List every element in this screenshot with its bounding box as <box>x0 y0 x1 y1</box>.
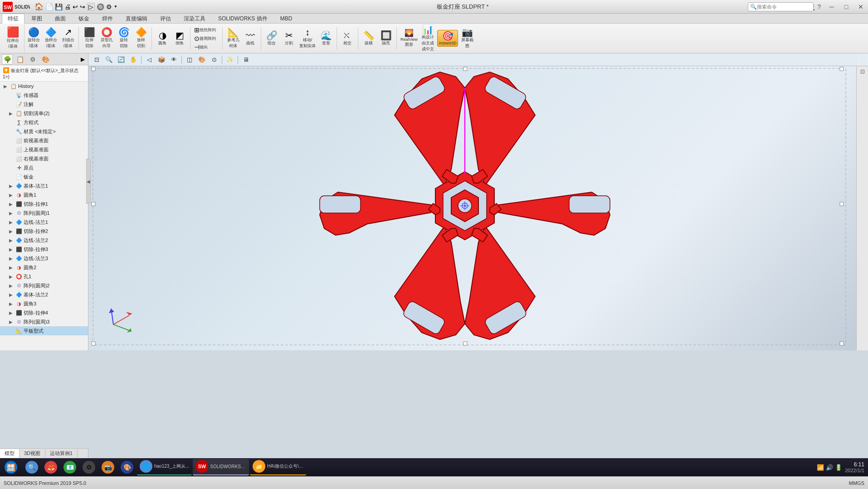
tree-item-cut-extrude3[interactable]: ▶ ⬛ 切除-拉伸3 <box>0 245 88 254</box>
tree-item-base-flange2[interactable]: ▶ 🔷 基体-法兰2 <box>0 290 88 299</box>
tree-item-origin[interactable]: ✛ 原点 <box>0 163 88 172</box>
battery-icon[interactable]: 🔋 <box>835 464 842 471</box>
extrude-boss-button[interactable]: 🟥 拉伸台/基体 <box>5 26 21 50</box>
tree-item-fillet1[interactable]: ▶ ◑ 圆角1 <box>0 190 88 199</box>
maximize-button[interactable]: □ <box>839 0 853 14</box>
fillet1-expand[interactable]: ▶ <box>9 193 15 198</box>
tab-surface[interactable]: 曲面 <box>49 14 72 24</box>
tree-item-pattern-circle2[interactable]: ▶ ⚙ 阵列(圆周)2 <box>0 281 88 290</box>
hole1-expand[interactable]: ▶ <box>9 274 15 279</box>
pattern1-expand[interactable]: ▶ <box>9 211 15 216</box>
extrude-cut-button[interactable]: ⬛ 拉伸切除 <box>81 27 98 50</box>
tree-item-edge-flange3[interactable]: ▶ 🔷 边线-法兰3 <box>0 254 88 263</box>
tree-item-cut-extrude2[interactable]: ▶ ⬛ 切除-拉伸2 <box>0 227 88 236</box>
edge3-expand[interactable]: ▶ <box>9 256 15 261</box>
rotate-button[interactable]: 🔄 <box>116 55 127 65</box>
tab-sketch[interactable]: 草图 <box>25 14 48 24</box>
hole-wizard-button[interactable]: ⭕ 异型孔向导 <box>98 27 115 50</box>
pattern-linear-button[interactable]: ⊞ 线性阵列 <box>193 26 220 34</box>
cut2-expand[interactable]: ▶ <box>9 229 15 234</box>
cut3-expand[interactable]: ▶ <box>9 247 15 252</box>
revolve-boss-button[interactable]: 🔵 旋转台/基体 <box>25 27 42 50</box>
tab-evaluate[interactable]: 评估 <box>154 14 177 24</box>
standard-views-button[interactable]: 📦 <box>156 55 167 65</box>
tab-render[interactable]: 渲染工具 <box>178 14 211 24</box>
ref-geometry-button[interactable]: 📐 参考几何体 <box>225 27 241 50</box>
feature-tree-tab[interactable]: 🌳 <box>2 54 13 64</box>
appearance-tab[interactable]: 🎨 <box>40 54 51 64</box>
tree-item-front-plane[interactable]: ⬜ 前视基准面 <box>0 136 88 145</box>
tree-item-right-plane[interactable]: ⬜ 右视基准面 <box>0 154 88 163</box>
taskbar-app1[interactable]: 🦊 <box>42 459 60 475</box>
pattern3-expand[interactable]: ▶ <box>9 320 15 324</box>
minimize-button[interactable]: ─ <box>824 0 839 14</box>
collapse-handle[interactable]: ◀ <box>86 159 91 204</box>
deform-button[interactable]: 🌊 变形 <box>318 30 334 47</box>
taskbar-app4[interactable]: 📷 <box>99 459 117 475</box>
zoom-to-fit-button[interactable]: ⊡ <box>91 55 102 65</box>
clock-time[interactable]: 6:11 <box>854 461 864 468</box>
draft-button[interactable]: 📏 拔模 <box>361 30 377 47</box>
tree-item-flat-pattern[interactable]: 📐 平板型式 <box>0 326 88 335</box>
property-tab[interactable]: 📋 <box>15 54 25 64</box>
tree-item-cut-list[interactable]: ▶ 📋 切割清单(2) <box>0 109 88 118</box>
loft-button[interactable]: 🔷 放样台/基体 <box>43 27 59 50</box>
search-bar[interactable]: 🔍 <box>748 2 814 11</box>
loft-cut-button[interactable]: 🔶 放样切割 <box>133 27 149 50</box>
tab-model[interactable]: 模型 <box>0 449 20 458</box>
intersect-button[interactable]: ⛌ 相交 <box>339 30 356 47</box>
taskbar-app2[interactable]: 📧 <box>61 459 79 475</box>
expand-icon[interactable]: ▶ <box>4 84 10 89</box>
base2-expand[interactable]: ▶ <box>9 292 15 297</box>
split-button[interactable]: ✂ 分割 <box>281 30 297 47</box>
tree-item-fillet3[interactable]: ▶ ◑ 圆角3 <box>0 299 88 308</box>
curves-button[interactable]: 〰 曲线 <box>242 30 258 47</box>
tree-item-cut-extrude1[interactable]: ▶ ⬛ 切除-拉伸1 <box>0 199 88 208</box>
taskbar-search[interactable]: 🔍 <box>23 459 41 475</box>
fillet3-expand[interactable]: ▶ <box>9 301 15 306</box>
close-button[interactable]: ✕ <box>853 0 868 14</box>
cut1-expand[interactable]: ▶ <box>9 202 15 207</box>
instant3d-button[interactable]: 🎯 Instant3D <box>437 30 458 47</box>
tree-item-equation[interactable]: ∑ 方程式 <box>0 118 88 127</box>
appearance-button[interactable]: ✨ <box>224 55 235 65</box>
speaker-icon[interactable]: 🔊 <box>826 464 833 471</box>
tab-weld[interactable]: 焊件 <box>96 14 119 24</box>
taskbar-filemanager[interactable]: 📁 HA\微信公众号\0... <box>250 459 306 475</box>
tree-item-edge-flange2[interactable]: ▶ 🔷 边线-法兰2 <box>0 236 88 245</box>
move-button[interactable]: ↕ 移动/复制实体 <box>298 27 317 50</box>
tree-item-history[interactable]: ▶ 📋 History <box>0 82 88 91</box>
design-study-button[interactable]: 📊 构设计由文成成中文 <box>420 24 436 53</box>
zoom-in-button[interactable]: 🔍 <box>103 55 114 65</box>
taskbar-app3[interactable]: ⚙ <box>80 459 98 475</box>
network-icon[interactable]: 📶 <box>817 464 824 471</box>
tree-item-fillet2[interactable]: ▶ ◑ 圆角2 <box>0 263 88 272</box>
start-button[interactable]: 🪟 <box>2 459 22 475</box>
tree-item-pattern-circle3[interactable]: ▶ ⚙ 阵列(圆周)3 <box>0 317 88 326</box>
taskbar-solidworks[interactable]: SW SOLIDWORKS P... <box>193 459 249 475</box>
tab-3dview[interactable]: 3D视图 <box>20 449 45 458</box>
previous-view-button[interactable]: ◁ <box>144 55 155 65</box>
revolve-cut-button[interactable]: 🌀 旋转切除 <box>116 27 132 50</box>
tree-item-cut-extrude4[interactable]: ▶ ⬛ 切除-拉伸4 <box>0 308 88 317</box>
tab-feature[interactable]: 特征 <box>2 14 24 24</box>
feature-tree[interactable]: ▶ 📋 History 📡 传感器 📝 注解 ▶ 📋 切割清单(2) ∑ 方程式… <box>0 82 88 350</box>
section-view-button[interactable]: ◫ <box>184 55 195 65</box>
shell-button[interactable]: 🔲 抽壳 <box>378 30 394 47</box>
edge2-expand[interactable]: ▶ <box>9 238 15 243</box>
tree-item-top-plane[interactable]: ⬜ 上视基准面 <box>0 145 88 154</box>
tab-mbd[interactable]: MBD <box>274 14 298 23</box>
cut4-expand[interactable]: ▶ <box>9 310 15 315</box>
tree-item-hole1[interactable]: ▶ ⭕ 孔1 <box>0 272 88 281</box>
sweep-button[interactable]: ↗ 扫描台/基体 <box>60 27 76 50</box>
tree-item-pattern-circle1[interactable]: ▶ ⚙ 阵列(圆周)1 <box>0 208 88 218</box>
tree-item-annotation[interactable]: 📝 注解 <box>0 100 88 109</box>
tab-animation[interactable]: 运动算例1 <box>45 449 78 458</box>
tree-item-edge-flange1[interactable]: ▶ 🔷 边线-法兰1 <box>0 218 88 227</box>
mirror-button[interactable]: ⊣ 镜向 <box>193 43 220 51</box>
combine-button[interactable]: 🔗 组合 <box>263 30 280 47</box>
base-flange-expand[interactable]: ▶ <box>9 184 15 189</box>
window-controls[interactable]: ─ □ ✕ <box>824 0 868 13</box>
tree-item-material[interactable]: 🔧 材质 <未指定> <box>0 127 88 136</box>
hide-show-button[interactable]: ⊙ <box>209 55 219 65</box>
